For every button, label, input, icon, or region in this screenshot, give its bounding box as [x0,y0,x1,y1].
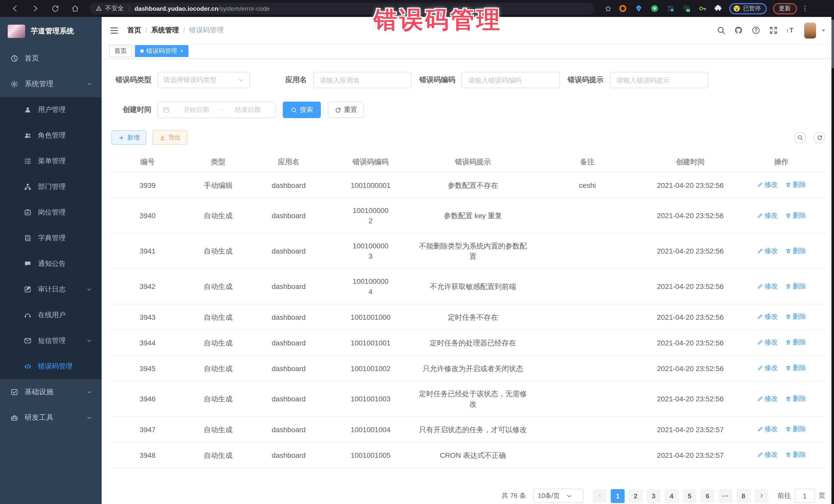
sidebar-item-home[interactable]: 首页 [0,46,102,71]
toggle-search-button[interactable] [794,132,806,144]
delete-link[interactable]: 删除 [785,337,806,348]
cell-app: dashboard [251,416,326,442]
reset-button[interactable]: 重置 [328,102,364,118]
start-date-placeholder: 开始日期 [174,106,219,114]
ext-orange-icon[interactable] [618,4,627,13]
breadcrumb-separator: / [145,26,147,34]
page-button-1[interactable]: 1 [611,489,624,503]
ext-vue-icon[interactable] [650,4,659,13]
breadcrumb-item[interactable]: 系统管理 [151,26,179,35]
browser-menu-icon[interactable] [801,5,809,12]
sidebar-item-dev-tools[interactable]: 研发工具 [0,405,102,431]
error-type-select[interactable]: 请选择错误码类型 [158,72,250,88]
tab-close-icon[interactable]: × [180,48,183,54]
sidebar-item-audit-log[interactable]: 审计日志 [0,277,102,302]
address-bar[interactable]: 不安全 dashboard.yudao.iocoder.cn/system/er… [89,3,595,14]
delete-link[interactable]: 删除 [785,450,806,460]
bookmark-star-icon[interactable] [604,4,612,13]
sidebar-item-system-management[interactable]: 系统管理 [0,71,102,97]
extension-paused-badge[interactable]: 已暂停 [729,3,767,14]
next-page-button[interactable] [754,489,768,503]
browser-back-icon[interactable] [11,4,20,13]
ext-grid-icon[interactable] [666,4,675,13]
page-button-3[interactable]: 3 [647,489,660,503]
help-icon[interactable] [751,26,761,35]
avatar-caret-icon[interactable] [821,27,826,33]
scrollbar[interactable] [831,17,834,504]
page-button-2[interactable]: 2 [629,489,642,503]
font-size-icon[interactable]: tT [786,26,795,35]
table-row: 3946自动生成dashboard1001001003定时任务已经处于该状态，无… [110,381,826,416]
search-button[interactable]: 搜索 [283,102,321,118]
edit-link[interactable]: 修改 [757,210,778,220]
sidebar-item-infrastructure[interactable]: 基础设施 [0,379,102,405]
edit-link[interactable]: 修改 [757,246,778,256]
edit-link[interactable]: 修改 [757,281,778,291]
page-button-6[interactable]: 6 [701,489,715,503]
edit-link[interactable]: 修改 [757,311,778,322]
edit-link[interactable]: 修改 [757,450,778,460]
browser-update-button[interactable]: 更新 [773,3,797,14]
delete-link[interactable]: 删除 [785,246,806,256]
cell-hint: 参数配置 key 重复 [415,198,531,233]
add-button[interactable]: 新增 [111,130,146,145]
github-icon[interactable] [734,26,743,35]
tab-错误码管理[interactable]: 错误码管理× [135,45,189,57]
page-button-8[interactable]: 8 [737,489,750,503]
create-time-range-picker[interactable]: 开始日期 - 结束日期 [158,102,276,118]
edit-link[interactable]: 修改 [757,393,778,404]
sidebar-logo-row[interactable]: 芋道管理系统 [0,17,102,46]
tab-首页[interactable]: 首页 [109,45,132,57]
page-size-select[interactable]: 10条/页 [533,489,584,503]
delete-link[interactable]: 删除 [785,393,806,404]
sidebar-item-post-management[interactable]: 岗位管理 [0,200,102,225]
page-button-4[interactable]: 4 [665,489,679,503]
browser-reload-icon[interactable] [51,4,60,13]
delete-link[interactable]: 删除 [785,281,806,291]
delete-link[interactable]: 删除 [785,363,806,373]
sidebar-toggle-icon[interactable] [109,25,119,35]
error-code-input[interactable] [461,72,560,88]
browser-home-icon[interactable] [71,4,80,13]
cell-time: 2021-04-20 23:52:56 [644,304,737,330]
ext-key-icon[interactable] [698,4,707,13]
edit-link[interactable]: 修改 [757,180,778,190]
sidebar-item-role-management[interactable]: 角色管理 [0,123,102,148]
badge-icon [24,209,32,217]
refresh-table-button[interactable] [813,132,825,144]
sidebar-item-notice-announcement[interactable]: 通知公告 [0,251,102,277]
delete-link[interactable]: 删除 [785,180,806,190]
sidebar-item-sms-management[interactable]: 短信管理 [0,328,102,354]
sidebar-item-dict-management[interactable]: 字典管理 [0,225,102,251]
pencil-icon [757,426,763,432]
puzzle-icon[interactable] [714,4,723,13]
header-search-icon[interactable] [717,26,726,35]
edit-link[interactable]: 修改 [757,424,778,434]
export-button[interactable]: 导出 [152,130,187,145]
edit-link[interactable]: 修改 [757,337,778,348]
ext-gem-icon[interactable] [634,4,643,13]
page-ellipsis[interactable]: ··· [719,489,732,503]
delete-link[interactable]: 删除 [785,311,806,322]
sidebar-item-menu-management[interactable]: 菜单管理 [0,148,102,174]
delete-link[interactable]: 删除 [785,210,806,220]
scrollbar-thumb[interactable] [831,20,834,68]
user-avatar[interactable] [804,22,816,38]
refresh-icon [816,134,822,140]
pencil-icon [757,182,763,188]
sidebar-item-error-code-management[interactable]: 错误码管理 [0,354,102,379]
fullscreen-icon[interactable] [769,26,778,35]
ext-list-on-icon[interactable]: on [682,4,691,13]
page-button-5[interactable]: 5 [683,489,697,503]
sidebar-item-online-users[interactable]: 在线用户 [0,302,102,328]
error-hint-input[interactable] [610,72,708,88]
delete-link[interactable]: 删除 [785,424,806,434]
prev-page-button[interactable] [593,489,607,503]
goto-page-input[interactable] [794,489,815,503]
breadcrumb-item[interactable]: 首页 [127,26,141,35]
sidebar-item-user-management[interactable]: 用户管理 [0,97,102,123]
sidebar-item-dept-management[interactable]: 部门管理 [0,174,102,200]
browser-forward-icon[interactable] [31,4,40,13]
edit-link[interactable]: 修改 [757,363,778,373]
app-name-input[interactable] [313,72,412,88]
